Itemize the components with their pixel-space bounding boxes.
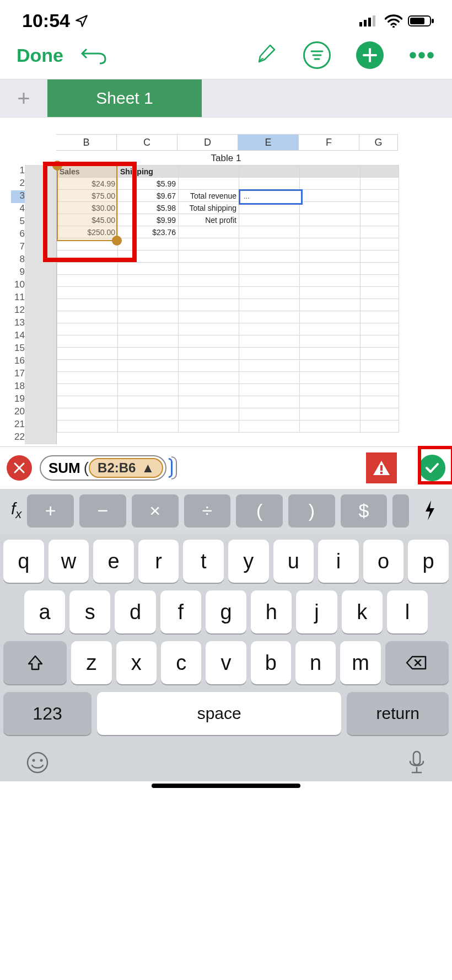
undo-button[interactable] (80, 44, 107, 67)
cell[interactable] (360, 396, 399, 408)
cell[interactable] (179, 323, 239, 335)
row-header[interactable]: 14 (11, 330, 25, 343)
cell[interactable] (360, 190, 399, 202)
key-o[interactable]: o (363, 540, 404, 583)
op-rparen[interactable]: ) (288, 494, 335, 526)
cell-header[interactable]: Sales (57, 166, 118, 178)
op-multiply[interactable]: × (132, 494, 179, 526)
cell[interactable] (57, 299, 118, 311)
cell[interactable]: $5.99 (118, 178, 179, 190)
cell-header[interactable] (179, 166, 239, 178)
cell[interactable] (300, 202, 360, 214)
cell[interactable] (118, 323, 179, 335)
cell[interactable] (179, 178, 239, 190)
cell[interactable] (118, 238, 179, 251)
cell[interactable]: $30.00 (57, 202, 118, 214)
more-button[interactable]: ••• (409, 43, 435, 68)
cell[interactable] (57, 372, 118, 384)
cell[interactable] (57, 420, 118, 433)
cell[interactable] (118, 420, 179, 433)
row-header[interactable]: 6 (11, 228, 25, 241)
cell[interactable] (57, 251, 118, 263)
cell[interactable] (179, 408, 239, 420)
dictation-button[interactable] (407, 749, 427, 776)
cell[interactable]: Total revenue (179, 190, 239, 202)
cell[interactable] (57, 348, 118, 360)
bolt-button[interactable] (415, 499, 445, 521)
formula-warning-button[interactable] (366, 452, 397, 483)
cell[interactable] (57, 408, 118, 420)
key-w[interactable]: w (49, 540, 89, 583)
cell[interactable] (57, 287, 118, 299)
op-extra[interactable] (392, 494, 409, 526)
cell[interactable] (179, 335, 239, 348)
col-header[interactable]: G (359, 134, 398, 151)
cell[interactable] (300, 348, 360, 360)
op-lparen[interactable]: ( (236, 494, 283, 526)
cell[interactable] (360, 238, 399, 251)
row-header[interactable]: 3 (11, 190, 25, 203)
cell[interactable] (179, 275, 239, 287)
key-g[interactable]: g (206, 590, 246, 633)
cell[interactable] (118, 311, 179, 323)
row-header[interactable]: 12 (11, 305, 25, 317)
cell[interactable] (360, 335, 399, 348)
cell[interactable] (360, 275, 399, 287)
cell[interactable] (179, 299, 239, 311)
cell[interactable] (239, 299, 300, 311)
cell[interactable] (239, 311, 300, 323)
cell[interactable] (300, 420, 360, 433)
cell[interactable] (239, 348, 300, 360)
key-a[interactable]: a (24, 590, 65, 633)
cell[interactable] (179, 420, 239, 433)
cell[interactable] (118, 275, 179, 287)
cell[interactable]: $250.00 (57, 226, 118, 238)
cell[interactable]: Net profit (179, 214, 239, 226)
row-header[interactable]: 18 (11, 381, 25, 393)
space-key[interactable]: space (97, 692, 341, 735)
col-header-selected[interactable]: E (238, 134, 299, 151)
row-header[interactable]: 16 (11, 355, 25, 368)
cell[interactable] (57, 360, 118, 372)
key-x[interactable]: x (116, 641, 157, 684)
row-header[interactable]: 8 (11, 254, 25, 267)
sheet-tab-active[interactable]: Sheet 1 (47, 79, 202, 117)
cell[interactable] (360, 226, 399, 238)
row-header[interactable]: 19 (11, 393, 25, 406)
key-h[interactable]: h (251, 590, 292, 633)
cell[interactable] (118, 360, 179, 372)
key-l[interactable]: l (387, 590, 428, 633)
filter-button[interactable] (303, 41, 331, 69)
key-q[interactable]: q (3, 540, 44, 583)
cell[interactable] (179, 251, 239, 263)
cell[interactable] (179, 263, 239, 275)
key-y[interactable]: y (228, 540, 269, 583)
cell[interactable] (118, 408, 179, 420)
cell[interactable] (118, 384, 179, 396)
cell[interactable] (118, 287, 179, 299)
cell[interactable]: $45.00 (57, 214, 118, 226)
key-f[interactable]: f (160, 590, 201, 633)
cell[interactable] (57, 238, 118, 251)
row-header[interactable]: 4 (11, 203, 25, 216)
col-header[interactable]: C (117, 134, 177, 151)
key-b[interactable]: b (251, 641, 291, 684)
cell[interactable] (360, 202, 399, 214)
cell[interactable] (118, 263, 179, 275)
key-e[interactable]: e (93, 540, 134, 583)
cell[interactable] (239, 275, 300, 287)
key-n[interactable]: n (295, 641, 336, 684)
cell[interactable] (300, 238, 360, 251)
row-header[interactable]: 22 (11, 432, 25, 444)
spreadsheet-area[interactable]: B C D E F G Table 1 12345678910111213141… (0, 118, 452, 446)
formula-range-chip[interactable]: B2:B6 ▲ (89, 458, 163, 478)
cell[interactable] (300, 299, 360, 311)
cell[interactable] (239, 384, 300, 396)
cell[interactable] (360, 360, 399, 372)
format-brush-button[interactable] (254, 42, 278, 68)
cell[interactable] (118, 372, 179, 384)
op-plus[interactable]: + (27, 494, 74, 526)
col-header[interactable]: B (56, 134, 117, 151)
add-button[interactable] (356, 41, 384, 69)
col-header[interactable]: D (177, 134, 238, 151)
